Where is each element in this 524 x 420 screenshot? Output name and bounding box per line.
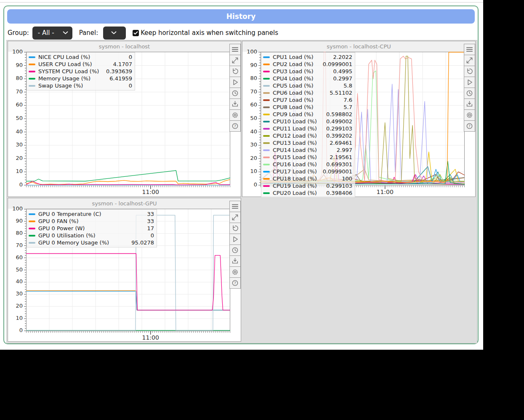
- legend-item[interactable]: CPU13 Load (%)2.69461: [263, 139, 352, 146]
- legend-item[interactable]: CPU16 Load (%)0.699301: [263, 161, 352, 168]
- legend-item[interactable]: GPU 0 Power (W)17: [29, 225, 154, 232]
- reset-icon: [231, 224, 239, 233]
- legend-value: 0.4995: [328, 68, 353, 74]
- group-label: Group:: [8, 29, 29, 37]
- legend-value: 2.19561: [325, 154, 352, 160]
- y-axis-label: 20: [16, 155, 23, 161]
- settings-button[interactable]: [464, 109, 475, 121]
- legend-swatch: [29, 71, 35, 72]
- legend-item[interactable]: CPU7 Load (%)7.6: [263, 96, 352, 104]
- page-title: History: [226, 12, 255, 21]
- download-button[interactable]: [229, 255, 241, 267]
- panel-label: Panel:: [79, 29, 98, 37]
- legend-item[interactable]: CPU6 Load (%)5.51102: [263, 89, 352, 96]
- y-axis-label: 30: [16, 290, 23, 297]
- legend-value: 0: [146, 232, 154, 239]
- legend-item[interactable]: CPU4 Load (%)0.2997: [263, 75, 352, 82]
- play-button[interactable]: [464, 77, 475, 88]
- legend-value: 5.8: [338, 82, 352, 89]
- chart-legend: CPU1 Load (%)2.2022CPU2 Load (%)0.099900…: [261, 52, 355, 198]
- time-button[interactable]: [229, 88, 241, 99]
- legend-item[interactable]: GPU 0 FAN (%)33: [29, 218, 154, 225]
- help-button[interactable]: ?: [464, 120, 475, 132]
- reset-button[interactable]: [464, 66, 475, 77]
- legend-item[interactable]: NICE CPU Load (%)0: [29, 53, 132, 61]
- legend-value: 33: [142, 218, 154, 224]
- legend-label: CPU10 Load (%): [273, 118, 317, 125]
- legend-value: 2.997: [332, 147, 352, 153]
- legend-item[interactable]: CPU15 Load (%)2.19561: [263, 154, 352, 161]
- svg-text:?: ?: [234, 281, 236, 285]
- chart-legend: GPU 0 Temperature (C)33GPU 0 FAN (%)33GP…: [27, 209, 157, 247]
- y-axis-label: 30: [250, 141, 257, 148]
- time-button[interactable]: [464, 88, 475, 99]
- settings-button[interactable]: [229, 109, 241, 121]
- help-button[interactable]: ?: [229, 277, 241, 289]
- legend-label: GPU 0 FAN (%): [38, 218, 79, 224]
- reset-button[interactable]: [229, 223, 241, 234]
- legend-item[interactable]: SYSTEM CPU Load (%)0.393639: [29, 68, 132, 75]
- legend-item[interactable]: CPU18 Load (%)100: [263, 175, 352, 182]
- y-axis-label: 50: [16, 115, 23, 121]
- download-button[interactable]: [464, 98, 475, 110]
- legend-label: CPU12 Load (%): [273, 133, 317, 139]
- help-button[interactable]: ?: [229, 120, 241, 132]
- legend-item[interactable]: CPU9 Load (%)0.598802: [263, 111, 352, 118]
- legend-swatch: [263, 135, 270, 137]
- play-button[interactable]: [229, 77, 241, 88]
- settings-button[interactable]: [229, 266, 241, 278]
- reset-button[interactable]: [229, 66, 241, 77]
- help-icon: ?: [231, 279, 239, 287]
- y-axis-label: 30: [16, 141, 23, 148]
- legend-item[interactable]: CPU2 Load (%)0.0999001: [263, 61, 352, 68]
- keep-axis-checkbox[interactable]: [133, 30, 139, 36]
- legend-item[interactable]: Memory Usage (%)6.41959: [29, 75, 132, 82]
- legend-value: 0.399202: [321, 133, 352, 139]
- legend-swatch: [263, 142, 270, 144]
- expand-button[interactable]: [229, 212, 241, 223]
- legend-label: CPU2 Load (%): [273, 61, 314, 67]
- legend-item[interactable]: CPU19 Load (%)0.299103: [263, 182, 352, 189]
- expand-button[interactable]: [464, 55, 475, 66]
- plot-area[interactable]: NICE CPU Load (%)0USER CPU Load (%)4.170…: [26, 52, 230, 186]
- play-button[interactable]: [229, 234, 241, 245]
- legend-item[interactable]: CPU11 Load (%)0.299103: [263, 125, 352, 132]
- legend-value: 0.0999001: [318, 61, 352, 67]
- menu-button[interactable]: [229, 44, 241, 55]
- legend-item[interactable]: CPU12 Load (%)0.399202: [263, 132, 352, 139]
- time-button[interactable]: [229, 245, 241, 256]
- legend-item[interactable]: GPU 0 Utilisation (%)0: [29, 232, 154, 239]
- legend-label: CPU8 Load (%): [273, 104, 314, 110]
- legend-item[interactable]: Swap Usage (%)0: [29, 82, 132, 89]
- legend-swatch: [263, 171, 270, 173]
- plot-area[interactable]: GPU 0 Temperature (C)33GPU 0 FAN (%)33GP…: [26, 209, 230, 331]
- chart-title: sysmon - localhost-GPU: [8, 198, 241, 209]
- group-select-value: - All -: [38, 29, 54, 37]
- legend-item[interactable]: CPU10 Load (%)0.499002: [263, 118, 352, 125]
- legend-item[interactable]: GPU 0 Memory Usage (%)95.0278: [29, 239, 154, 246]
- download-button[interactable]: [229, 98, 241, 110]
- y-axis-label: 70: [250, 88, 257, 95]
- legend-swatch: [263, 106, 270, 108]
- plot-area[interactable]: CPU1 Load (%)2.2022CPU2 Load (%)0.099900…: [261, 52, 465, 186]
- panel-select[interactable]: [103, 27, 126, 40]
- legend-item[interactable]: CPU20 Load (%)0.398406: [263, 189, 352, 197]
- reset-icon: [231, 67, 239, 76]
- legend-item[interactable]: GPU 0 Temperature (C)33: [29, 210, 154, 218]
- menu-button[interactable]: [464, 44, 475, 55]
- legend-value: 5.51102: [325, 90, 352, 96]
- legend-item[interactable]: CPU14 Load (%)2.997: [263, 146, 352, 154]
- legend-value: 0.598802: [321, 111, 352, 117]
- legend-item[interactable]: CPU17 Load (%)0.0999001: [263, 168, 352, 175]
- y-axis-label: 100: [247, 48, 257, 55]
- legend-item[interactable]: CPU1 Load (%)2.2022: [263, 53, 352, 61]
- menu-button[interactable]: [229, 201, 241, 212]
- legend-label: NICE CPU Load (%): [38, 54, 90, 60]
- legend-item[interactable]: CPU8 Load (%)5.7: [263, 104, 352, 111]
- legend-item[interactable]: USER CPU Load (%)4.1707: [29, 61, 132, 68]
- group-select[interactable]: - All -: [32, 27, 72, 40]
- legend-item[interactable]: CPU5 Load (%)5.8: [263, 82, 352, 89]
- play-icon: [231, 78, 239, 87]
- legend-item[interactable]: CPU3 Load (%)0.4995: [263, 68, 352, 75]
- expand-button[interactable]: [229, 55, 241, 66]
